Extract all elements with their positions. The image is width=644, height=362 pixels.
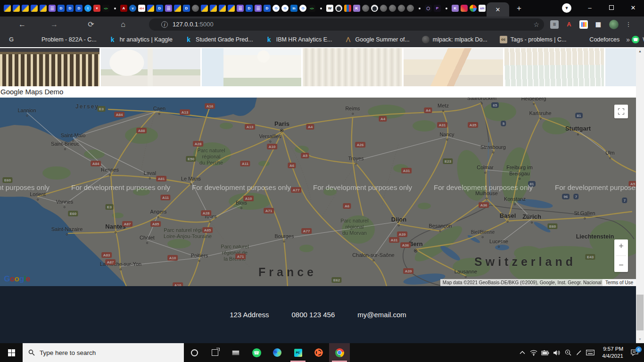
pinned-tab[interactable] [343, 2, 352, 15]
battery-icon[interactable] [539, 343, 551, 362]
pinned-tab[interactable]: </> [307, 2, 316, 15]
tab-close-icon[interactable]: ✕ [495, 6, 501, 13]
bookmark-item[interactable]: cc Tags - problems | C... [500, 36, 567, 43]
zoom-in-button[interactable]: + [614, 239, 628, 253]
google-map-embed[interactable]: Jersey Caen Lannion Saint-Malo Saint-Bri… [0, 98, 636, 286]
map-fullscreen-button[interactable] [614, 105, 628, 118]
pinned-tab[interactable]: ▼ [92, 2, 101, 15]
pinned-tab[interactable]: D [245, 2, 254, 15]
pinned-tab[interactable]: ☰ [48, 2, 57, 15]
cortana-button[interactable] [184, 343, 205, 362]
pinned-tab[interactable] [12, 2, 21, 15]
taskbar-clock[interactable]: 9:57 PM 4/4/2021 [596, 346, 625, 360]
pinned-tab[interactable] [191, 2, 200, 15]
bookmark-item[interactable]: k Student Grade Pred... [185, 36, 253, 43]
home-button[interactable]: ⌂ [116, 20, 130, 29]
bookmark-item[interactable]: k hr analytics | Kaggle [109, 36, 173, 43]
taskbar-app-pycharm[interactable]: PC [288, 343, 308, 362]
pinned-tab[interactable]: ⬡ [424, 2, 433, 15]
pinned-tab[interactable] [388, 2, 397, 15]
pinned-tab[interactable] [370, 2, 379, 15]
pinned-tab[interactable]: D [66, 2, 74, 15]
pinned-tab[interactable] [406, 2, 415, 15]
adblock-extension-icon[interactable]: A [565, 20, 573, 29]
pinned-tab[interactable]: A [119, 2, 128, 15]
bookmark-item[interactable]: Codeforces [578, 36, 619, 43]
forward-button[interactable]: → [47, 20, 61, 29]
notification-center-button[interactable]: 6 [625, 349, 644, 356]
task-view-button[interactable] [205, 343, 225, 362]
terms-of-use-link[interactable]: Terms of Use [603, 279, 636, 286]
address-bar[interactable]: i 127.0.0.1:5000 ☆ [149, 18, 544, 31]
page-scrollbar[interactable]: ▲ ▼ [636, 47, 644, 343]
stats-extension-icon[interactable] [579, 20, 588, 29]
pinned-tab[interactable]: D [182, 2, 191, 15]
pinned-tab[interactable]: D [74, 2, 83, 15]
pinned-tab[interactable] [334, 2, 343, 15]
pinned-tab[interactable] [460, 2, 469, 15]
wifi-icon[interactable] [528, 343, 539, 362]
taskbar-app-chrome[interactable] [329, 343, 350, 362]
pinned-tab[interactable] [442, 2, 451, 15]
pinned-tab[interactable]: G [298, 2, 307, 15]
pinned-tab[interactable] [415, 2, 424, 15]
pinned-tab[interactable]: K [352, 2, 361, 15]
extensions-puzzle-icon[interactable]: ▦ [594, 20, 603, 29]
bookmarks-overflow-chevron[interactable]: » [626, 36, 630, 43]
connect-dish-icon[interactable] [562, 343, 573, 362]
pinned-tab[interactable]: G [281, 2, 289, 15]
pinned-tab[interactable] [110, 2, 119, 15]
pinned-tab[interactable] [379, 2, 388, 15]
volume-icon[interactable] [551, 343, 562, 362]
bookmark-item[interactable]: mlpack: mlpack Do... [422, 36, 487, 43]
minimize-button[interactable]: – [579, 0, 601, 15]
google-maps-logo[interactable]: Google [4, 274, 30, 284]
pinned-tab[interactable]: </> [101, 2, 110, 15]
tab-search-button[interactable]: ▼ [562, 3, 571, 13]
browser-menu-icon[interactable]: ⋮ [625, 21, 632, 28]
pinned-tab[interactable] [209, 2, 218, 15]
start-button[interactable] [0, 343, 23, 362]
pinned-tab[interactable]: K [451, 2, 460, 15]
pinned-tab[interactable] [469, 2, 478, 15]
pinned-tab[interactable]: D [57, 2, 66, 15]
pinned-tab[interactable] [21, 2, 30, 15]
touch-keyboard-icon[interactable] [585, 343, 596, 362]
bookmark-item[interactable]: Problem - 822A - C... [31, 36, 97, 43]
scroll-up-arrow[interactable]: ▲ [636, 47, 644, 55]
pinned-tab[interactable] [39, 2, 48, 15]
maximize-button[interactable] [601, 0, 622, 15]
taskbar-app-whatsapp[interactable]: ☎ [246, 343, 267, 362]
pinned-tab[interactable] [30, 2, 39, 15]
new-tab-button[interactable]: + [513, 2, 525, 15]
pinned-tab[interactable] [227, 2, 236, 15]
close-button[interactable]: ✕ [622, 0, 644, 15]
reading-list-extension-icon[interactable]: ☰ [550, 20, 559, 29]
bookmark-item[interactable]: ⋀ Google Summer of... [344, 36, 409, 43]
pinned-tab[interactable]: D [155, 2, 164, 15]
bookmark-item[interactable]: G [8, 36, 18, 43]
pinned-tab[interactable] [361, 2, 370, 15]
pinned-tab[interactable]: P [433, 2, 442, 15]
pinned-tab[interactable] [146, 2, 155, 15]
pinned-tab[interactable]: t [83, 2, 92, 15]
pinned-tab[interactable]: ☰ [254, 2, 263, 15]
pinned-tab[interactable]: G [272, 2, 281, 15]
pinned-tab[interactable]: ☰ [164, 2, 173, 15]
reload-button[interactable]: ⟳ [84, 20, 98, 29]
pinned-tab[interactable]: W [325, 2, 334, 15]
profile-avatar[interactable] [609, 20, 619, 29]
pinned-tab[interactable] [397, 2, 406, 15]
pen-icon[interactable] [573, 343, 585, 362]
bookmark-star-icon[interactable]: ☆ [533, 21, 539, 28]
scrollbar-thumb[interactable] [636, 295, 644, 330]
active-tab[interactable]: ✕ [487, 2, 509, 16]
pinned-tab[interactable] [3, 2, 12, 15]
tray-expand-chevron[interactable] [517, 343, 528, 362]
bookmark-item[interactable]: k IBM HR Analytics E... [265, 36, 332, 43]
zoom-out-button[interactable]: − [614, 258, 628, 272]
taskbar-app-files[interactable] [225, 343, 246, 362]
taskbar-app-postman[interactable] [308, 343, 329, 362]
taskbar-app-edge[interactable] [267, 343, 288, 362]
pinned-tab[interactable] [218, 2, 227, 15]
